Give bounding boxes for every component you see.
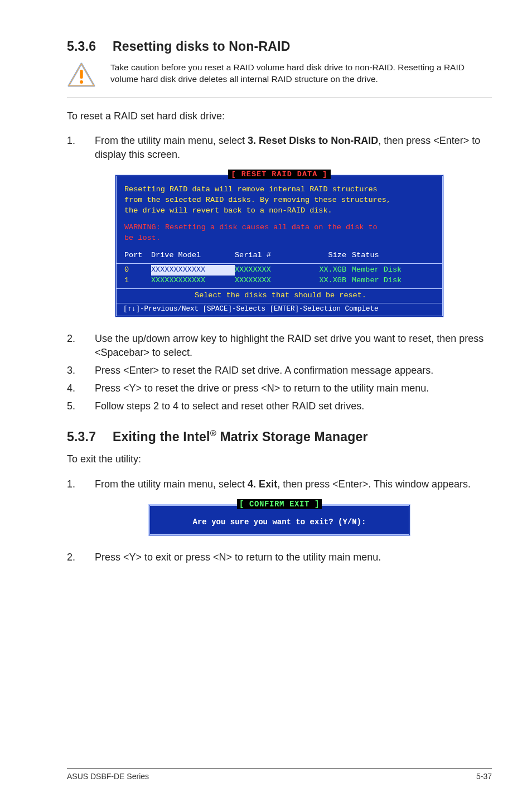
step-5: 5. Follow steps 2 to 4 to select and res…: [67, 399, 492, 413]
footer-right: 5-37: [476, 772, 492, 781]
reset-raid-warning-line: WARNING: Resetting a disk causes all dat…: [124, 223, 437, 233]
bold-text: 4. Exit: [248, 479, 277, 490]
table-divider: [117, 263, 442, 264]
title-text: [ RESET RAID DATA ]: [228, 170, 331, 179]
text: From the utility main menu, select: [95, 135, 248, 146]
confirm-exit-box: [ CONFIRM EXIT ] Are you sure you want t…: [148, 504, 410, 536]
cell-size: XX.XGB: [307, 265, 352, 276]
svg-rect-2: [80, 70, 83, 79]
step-4: 4. Press <Y> to reset the drive or press…: [67, 381, 492, 395]
text: , then press <Enter>. This window appear…: [277, 479, 471, 490]
confirm-exit-title: [ CONFIRM EXIT ]: [157, 499, 402, 510]
step-text: Press <Y> to exit or press <N> to return…: [95, 550, 492, 564]
col-port: Port: [124, 250, 151, 261]
steps-list-2: 1. From the utility main menu, select 4.…: [67, 477, 492, 491]
step-number: 3.: [67, 364, 95, 377]
cell-model: XXXXXXXXXXXX: [151, 276, 235, 286]
heading-number: 5.3.7: [67, 429, 113, 445]
text: From the utility main menu, select: [95, 479, 248, 490]
step-text: Press <Y> to reset the drive or press <N…: [95, 381, 492, 395]
step-text: From the utility main menu, select 3. Re…: [95, 134, 492, 161]
step-number: 5.: [67, 399, 95, 413]
steps-list-2b: 2. Press <Y> to exit or press <N> to ret…: [67, 550, 492, 564]
footer-left: ASUS DSBF-DE Series: [67, 772, 149, 781]
confirm-exit-screenshot: [ CONFIRM EXIT ] Are you sure you want t…: [67, 504, 492, 536]
divider: [67, 98, 492, 98]
heading-5-3-6: 5.3.6Resetting disks to Non-RAID: [67, 39, 492, 54]
confirm-exit-body: Are you sure you want to exit? (Y/N):: [157, 515, 402, 528]
table-header-row: Port Drive Model Serial # Size Status: [124, 250, 437, 261]
cell-port: 1: [124, 276, 151, 286]
heading-number: 5.3.6: [67, 39, 113, 54]
page-footer: ASUS DSBF-DE Series 5-37: [67, 768, 492, 781]
registered-mark: ®: [210, 429, 216, 438]
step-1: 1. From the utility main menu, select 4.…: [67, 477, 492, 491]
cell-serial: XXXXXXXX: [235, 265, 307, 276]
reset-raid-para-line: Resetting RAID data will remove internal…: [124, 185, 437, 195]
step-2: 2. Press <Y> to exit or press <N> to ret…: [67, 550, 492, 564]
term-footer: [↑↓]-Previous/Next [SPACE]-Selects [ENTE…: [117, 303, 442, 316]
reset-raid-title: [ RESET RAID DATA ]: [117, 170, 442, 180]
bold-text: 3. Reset Disks to Non-RAID: [248, 135, 378, 146]
step-text: From the utility main menu, select 4. Ex…: [95, 477, 492, 491]
cell-port: 0: [124, 265, 151, 276]
svg-point-3: [80, 80, 83, 84]
col-size: Size: [307, 250, 352, 261]
cell-serial: XXXXXXXX: [235, 276, 307, 286]
table-divider: [117, 288, 442, 289]
steps-list-1: 1. From the utility main menu, select 3.…: [67, 134, 492, 161]
col-status: Status: [352, 250, 430, 261]
step-number: 2.: [67, 332, 95, 359]
step-1: 1. From the utility main menu, select 3.…: [67, 134, 492, 161]
caution-block: Take caution before you reset a RAID vol…: [67, 62, 492, 89]
table-row: 1 XXXXXXXXXXXX XXXXXXXX XX.XGB Member Di…: [124, 276, 437, 286]
step-number: 4.: [67, 381, 95, 395]
intro-text-2: To exit the utility:: [67, 452, 492, 466]
step-3: 3. Press <Enter> to reset the RAID set d…: [67, 364, 492, 377]
cell-size: XX.XGB: [307, 276, 352, 286]
select-msg: Select the disks that should be reset.: [124, 290, 437, 302]
steps-list-1b: 2. Use the up/down arrow key to highligh…: [67, 332, 492, 413]
step-text: Press <Enter> to reset the RAID set driv…: [95, 364, 492, 377]
step-text: Follow steps 2 to 4 to select and reset …: [95, 399, 492, 413]
reset-raid-box: [ RESET RAID DATA ] Resetting RAID data …: [115, 175, 444, 317]
cell-status: Member Disk: [352, 276, 430, 286]
heading-5-3-7: 5.3.7Exiting the Intel® Matrix Storage M…: [67, 429, 492, 445]
title-text: [ CONFIRM EXIT ]: [237, 499, 322, 509]
col-serial: Serial #: [235, 250, 307, 261]
heading-title: Exiting the Intel® Matrix Storage Manage…: [113, 429, 368, 444]
reset-raid-para-line: from the selected RAID disks. By removin…: [124, 195, 437, 206]
step-number: 1.: [67, 477, 95, 491]
text: Matrix Storage Manager: [216, 429, 368, 444]
heading-title: Resetting disks to Non-RAID: [113, 39, 290, 54]
col-model: Drive Model: [151, 250, 235, 261]
step-number: 2.: [67, 550, 95, 564]
table-row: 0 XXXXXXXXXXXX XXXXXXXX XX.XGB Member Di…: [124, 265, 437, 276]
caution-text: Take caution before you reset a RAID vol…: [110, 62, 492, 85]
cell-model-selected: XXXXXXXXXXXX: [151, 265, 235, 276]
step-2: 2. Use the up/down arrow key to highligh…: [67, 332, 492, 359]
step-text: Use the up/down arrow key to highlight t…: [95, 332, 492, 359]
step-number: 1.: [67, 134, 95, 161]
cell-status: Member Disk: [352, 265, 430, 276]
caution-icon: [67, 62, 96, 89]
reset-raid-screenshot: [ RESET RAID DATA ] Resetting RAID data …: [67, 175, 492, 317]
reset-raid-para-line: the drive will revert back to a non-RAID…: [124, 206, 437, 216]
text: Exiting the Intel: [113, 429, 210, 444]
reset-raid-warning-line: be lost.: [124, 233, 437, 244]
intro-text-1: To reset a RAID set hard disk drive:: [67, 109, 492, 123]
